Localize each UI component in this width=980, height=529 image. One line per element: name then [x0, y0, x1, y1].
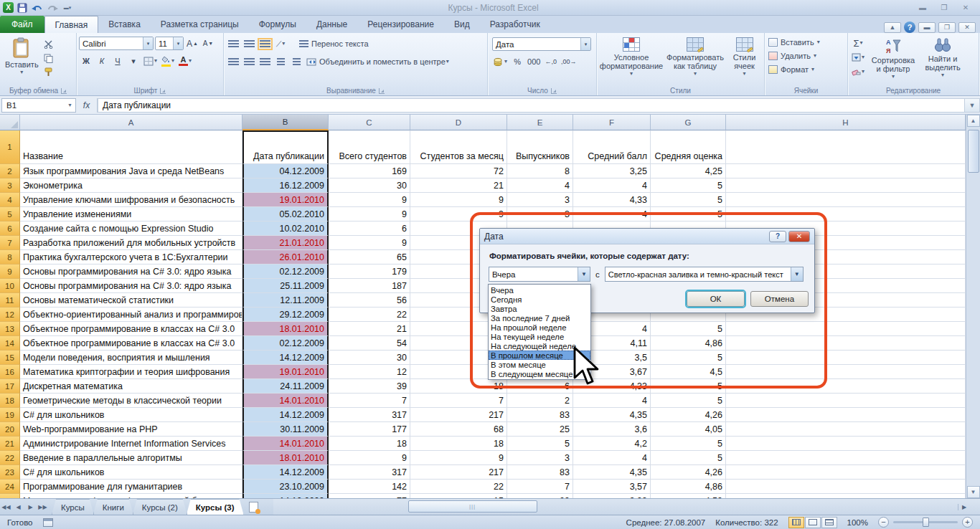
sheet-tab-курсы-3-[interactable]: Курсы (3): [187, 499, 244, 515]
cell-B13[interactable]: 18.01.2010: [242, 322, 329, 336]
wrap-text-button[interactable]: Перенос текста: [298, 37, 370, 50]
cell-A24[interactable]: Программирование для гуманитариев: [20, 480, 242, 494]
cell-C16[interactable]: 12: [329, 365, 410, 379]
cell-G20[interactable]: 4,05: [651, 422, 726, 437]
cell-A14[interactable]: Объектное программирование в классах на …: [20, 336, 242, 351]
chevron-down-icon[interactable]: ▼: [578, 267, 590, 281]
cell-A7[interactable]: Разработка приложений для мобильных устр…: [20, 236, 242, 250]
cell-C2[interactable]: 169: [329, 164, 410, 178]
cell-H19[interactable]: [726, 408, 966, 422]
cell-C18[interactable]: 7: [329, 394, 410, 408]
cell-C5[interactable]: 9: [329, 207, 410, 221]
cell-E17[interactable]: 6: [507, 379, 573, 394]
cell-F18[interactable]: 4: [573, 394, 651, 408]
find-select-button[interactable]: Найти и выделить▾: [920, 35, 965, 85]
cell-G5[interactable]: 5: [651, 207, 726, 221]
column-header-G[interactable]: G: [651, 115, 726, 130]
cell-B7[interactable]: 21.01.2010: [242, 236, 329, 250]
cell-C9[interactable]: 179: [329, 264, 410, 279]
row-header-11[interactable]: 11: [0, 293, 20, 308]
dropdown-option[interactable]: На текущей неделе: [489, 332, 590, 341]
dropdown-option[interactable]: За последние 7 дней: [489, 313, 590, 323]
format-cells-button[interactable]: Формат▾: [767, 62, 845, 76]
ribbon-tab-разметка-страницы[interactable]: Разметка страницы: [151, 16, 249, 33]
cell-E18[interactable]: 2: [507, 394, 573, 408]
zoom-in-icon[interactable]: +: [962, 517, 973, 528]
cell-B2[interactable]: 04.12.2009: [242, 164, 329, 178]
next-sheet-icon[interactable]: ▶: [24, 499, 37, 515]
cell-F1[interactable]: Средний балл: [573, 130, 651, 164]
align-top-icon[interactable]: [226, 37, 240, 50]
row-header-19[interactable]: 19: [0, 408, 20, 422]
currency-format-button[interactable]: ▾: [492, 55, 509, 68]
cell-H18[interactable]: [726, 394, 966, 408]
cell-B15[interactable]: 14.12.2009: [242, 351, 329, 365]
align-left-icon[interactable]: [226, 55, 240, 68]
chevron-down-icon[interactable]: ▼: [791, 267, 803, 281]
cell-G16[interactable]: 4,5: [651, 365, 726, 379]
row-header-23[interactable]: 23: [0, 465, 20, 480]
row-header-13[interactable]: 13: [0, 322, 20, 336]
cell-C14[interactable]: 54: [329, 336, 410, 351]
collapse-ribbon-icon[interactable]: ▲: [884, 22, 901, 33]
page-break-view-button[interactable]: [821, 517, 837, 528]
cell-F19[interactable]: 4,35: [573, 408, 651, 422]
underline-button[interactable]: Ч: [110, 54, 125, 67]
help-icon[interactable]: ?: [904, 22, 915, 33]
ribbon-tab-данные[interactable]: Данные: [306, 16, 357, 33]
cell-B4[interactable]: 19.01.2010: [242, 193, 329, 207]
cell-C7[interactable]: 9: [329, 236, 410, 250]
number-format-select[interactable]: Дата▾: [492, 37, 591, 51]
cell-C22[interactable]: 9: [329, 451, 410, 465]
row-header-8[interactable]: 8: [0, 250, 20, 264]
save-icon[interactable]: [16, 2, 29, 14]
cell-D20[interactable]: 68: [410, 422, 507, 437]
cell-B18[interactable]: 14.01.2010: [242, 394, 329, 408]
cell-C13[interactable]: 21: [329, 322, 410, 336]
cell-C3[interactable]: 30: [329, 178, 410, 193]
cell-G3[interactable]: 5: [651, 178, 726, 193]
italic-button[interactable]: К: [95, 54, 109, 67]
cell-G22[interactable]: 5: [651, 451, 726, 465]
dropdown-option[interactable]: На прошлой неделе: [489, 323, 590, 332]
shrink-font-button[interactable]: A▼: [201, 37, 215, 50]
cell-G19[interactable]: 4,26: [651, 408, 726, 422]
dropdown-option[interactable]: Сегодня: [489, 295, 590, 304]
cell-C12[interactable]: 22: [329, 308, 410, 322]
row-header-21[interactable]: 21: [0, 437, 20, 451]
increase-decimal-icon[interactable]: ←,0: [543, 55, 558, 68]
cell-E23[interactable]: 83: [507, 465, 573, 480]
cell-H17[interactable]: [726, 379, 966, 394]
ribbon-tab-рецензирование[interactable]: Рецензирование: [357, 16, 444, 33]
cell-H22[interactable]: [726, 451, 966, 465]
row-header-2[interactable]: 2: [0, 164, 20, 178]
cell-E19[interactable]: 83: [507, 408, 573, 422]
underline-menu-icon[interactable]: ▾: [126, 54, 141, 67]
cell-C15[interactable]: 30: [329, 351, 410, 365]
cell-D5[interactable]: 9: [410, 207, 507, 221]
row-header-16[interactable]: 16: [0, 365, 20, 379]
row-header-9[interactable]: 9: [0, 264, 20, 279]
cell-C23[interactable]: 317: [329, 465, 410, 480]
cell-F4[interactable]: 4,33: [573, 193, 651, 207]
vertical-scroll-thumb[interactable]: [968, 130, 979, 173]
workbook-close-button[interactable]: ✕: [958, 22, 976, 33]
workbook-minimize-button[interactable]: ▬: [918, 22, 936, 33]
cell-B12[interactable]: 29.12.2009: [242, 308, 329, 322]
format-as-table-button[interactable]: Форматировать как таблицу▾: [665, 35, 725, 78]
cell-E3[interactable]: 4: [507, 178, 573, 193]
cell-A4[interactable]: Управление ключами шифрования и безопасн…: [20, 193, 242, 207]
hscroll-right-icon[interactable]: ▶: [958, 504, 970, 510]
cell-C17[interactable]: 39: [329, 379, 410, 394]
dialog-close-icon[interactable]: ✕: [788, 231, 810, 242]
row-header-18[interactable]: 18: [0, 394, 20, 408]
cell-F21[interactable]: 4,2: [573, 437, 651, 451]
cell-D23[interactable]: 217: [410, 465, 507, 480]
cell-H3[interactable]: [726, 178, 966, 193]
cell-E5[interactable]: 3: [507, 207, 573, 221]
cell-A21[interactable]: Администрирование Internet Information S…: [20, 437, 242, 451]
cell-B10[interactable]: 25.11.2009: [242, 279, 329, 293]
cell-E20[interactable]: 25: [507, 422, 573, 437]
undo-icon[interactable]: [31, 2, 44, 14]
name-box-arrow-icon[interactable]: ▼: [67, 103, 75, 108]
